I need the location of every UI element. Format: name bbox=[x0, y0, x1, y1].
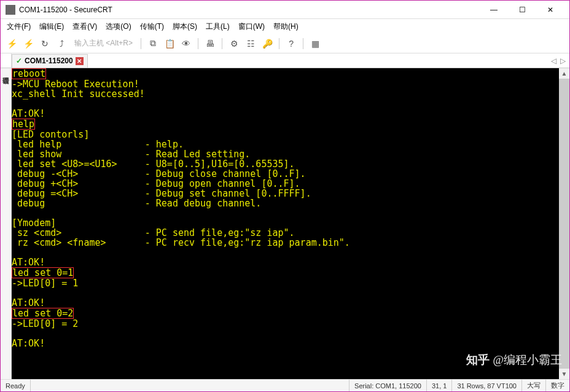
separator bbox=[222, 38, 222, 49]
term-line: AT:OK! bbox=[12, 257, 45, 268]
watermark: 知乎 @编程小霸王 bbox=[466, 352, 563, 368]
menu-window[interactable]: 窗口(W) bbox=[235, 20, 268, 33]
tabbar: ✓ COM1-115200 ✕ ◁ ▷ bbox=[1, 53, 569, 68]
scroll-up-icon[interactable]: ▲ bbox=[559, 68, 569, 79]
menu-tools[interactable]: 工具(L) bbox=[202, 20, 233, 33]
term-line: debug - Read debug channel. bbox=[12, 198, 261, 209]
tab-next-icon[interactable]: ▷ bbox=[560, 57, 566, 65]
tab-label: COM1-115200 bbox=[25, 57, 73, 65]
sidebar-toggle[interactable] bbox=[1, 53, 12, 68]
watermark-user: @编程小霸王 bbox=[493, 352, 563, 368]
quick-connect-icon[interactable]: ⚡ bbox=[21, 36, 36, 51]
find-icon[interactable]: 👁 bbox=[179, 36, 193, 51]
sessions-icon[interactable]: ☷ bbox=[243, 36, 258, 51]
host-input[interactable]: 输入主机 <Alt+R> bbox=[71, 38, 136, 49]
term-line: rz <cmd> <fname> - PC recv file,eg:"rz i… bbox=[12, 237, 350, 248]
toolbar: ⚡ ⚡ ↻ ⤴ 输入主机 <Alt+R> ⧉ 📋 👁 🖶 ⚙ ☷ 🔑 ? ▦ bbox=[1, 34, 569, 53]
tab-prev-icon[interactable]: ◁ bbox=[551, 57, 556, 65]
status-serial: Serial: COM1, 115200 bbox=[349, 380, 427, 391]
menu-options[interactable]: 选项(O) bbox=[102, 20, 135, 33]
maximize-button[interactable]: ☐ bbox=[508, 1, 536, 19]
tab-close-icon[interactable]: ✕ bbox=[76, 57, 84, 65]
tab-com1[interactable]: ✓ COM1-115200 ✕ bbox=[12, 54, 88, 68]
copy-icon[interactable]: ⧉ bbox=[146, 36, 160, 51]
vertical-scrollbar[interactable]: ▲ ▼ bbox=[559, 68, 569, 379]
menu-help[interactable]: 帮助(H) bbox=[270, 20, 302, 33]
disconnect-icon[interactable]: ⤴ bbox=[54, 36, 69, 51]
term-line: ->LED[0] = 1 bbox=[12, 278, 78, 289]
menu-view[interactable]: 查看(V) bbox=[69, 20, 101, 33]
check-icon: ✓ bbox=[16, 57, 22, 65]
separator bbox=[198, 38, 198, 49]
extra-icon[interactable]: ▦ bbox=[308, 36, 322, 51]
terminal[interactable]: reboot ->MCU Reboot Execution! xc_shell … bbox=[12, 68, 569, 379]
close-button[interactable]: ✕ bbox=[536, 1, 564, 19]
term-line: AT:OK! bbox=[12, 108, 45, 119]
tab-nav: ◁ ▷ bbox=[547, 57, 569, 65]
menu-transfer[interactable]: 传输(T) bbox=[136, 20, 168, 33]
scroll-thumb[interactable] bbox=[559, 79, 569, 369]
status-caps: 大写 bbox=[522, 380, 546, 391]
statusbar: Ready Serial: COM1, 115200 31, 1 31 Rows… bbox=[1, 379, 569, 391]
status-rows: 31 Rows, 87 VT100 bbox=[452, 380, 522, 391]
term-line: AT:OK! bbox=[12, 297, 45, 308]
status-ready: Ready bbox=[1, 380, 31, 391]
settings-icon[interactable]: ⚙ bbox=[227, 36, 241, 51]
menu-script[interactable]: 脚本(S) bbox=[169, 20, 201, 33]
term-line: xc_shell Init successed! bbox=[12, 88, 145, 100]
term-line: ->LED[0] = 2 bbox=[12, 318, 78, 329]
cmd-led-set-0-2: led set 0=2 bbox=[12, 308, 74, 319]
status-cursor-pos: 31, 1 bbox=[427, 380, 452, 391]
minimize-button[interactable]: — bbox=[480, 1, 508, 19]
cmd-help: help bbox=[12, 119, 35, 130]
menu-edit[interactable]: 编辑(E) bbox=[36, 20, 68, 33]
key-icon[interactable]: 🔑 bbox=[260, 36, 275, 51]
menubar: 文件(F) 编辑(E) 查看(V) 选项(O) 传输(T) 脚本(S) 工具(L… bbox=[1, 19, 569, 34]
separator bbox=[279, 38, 279, 49]
connect-icon[interactable]: ⚡ bbox=[4, 36, 19, 51]
cmd-led-set-0-1: led set 0=1 bbox=[12, 267, 74, 278]
window-title: COM1-115200 - SecureCRT bbox=[19, 6, 480, 14]
help-icon[interactable]: ? bbox=[284, 36, 299, 51]
scroll-down-icon[interactable]: ▼ bbox=[559, 369, 569, 379]
separator bbox=[141, 38, 141, 49]
paste-icon[interactable]: 📋 bbox=[162, 36, 177, 51]
separator bbox=[303, 38, 303, 49]
reconnect-icon[interactable]: ↻ bbox=[37, 36, 52, 51]
sidebar-label: 会话管理器 bbox=[1, 68, 10, 72]
cmd-reboot: reboot bbox=[12, 68, 46, 79]
scroll-track[interactable] bbox=[559, 79, 569, 369]
menu-file[interactable]: 文件(F) bbox=[3, 20, 34, 33]
status-spacer bbox=[31, 380, 349, 391]
app-icon bbox=[6, 5, 15, 15]
watermark-zhihu: 知乎 bbox=[466, 352, 490, 368]
status-num: 数字 bbox=[546, 380, 569, 391]
titlebar[interactable]: COM1-115200 - SecureCRT — ☐ ✕ bbox=[1, 1, 569, 19]
session-manager-sidebar[interactable]: 会话管理器 bbox=[1, 68, 12, 379]
print-icon[interactable]: 🖶 bbox=[203, 36, 217, 51]
term-line: AT:OK! bbox=[12, 338, 45, 349]
